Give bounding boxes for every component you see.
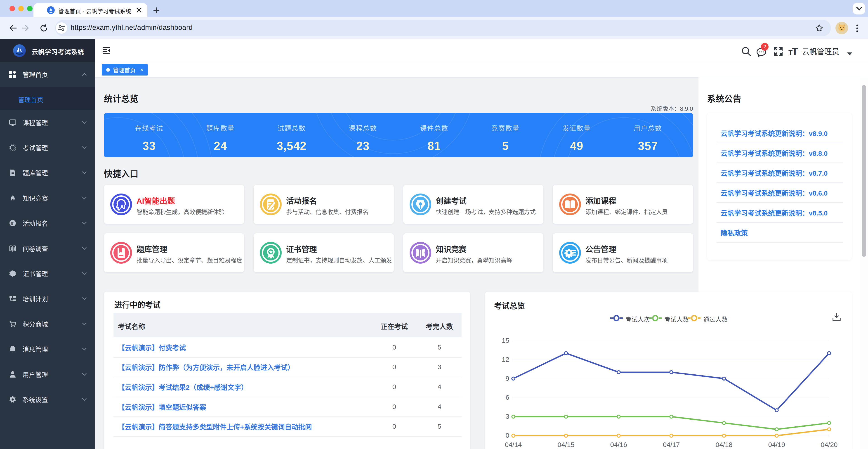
svg-text:#: # — [11, 221, 13, 226]
svg-text:AI: AI — [120, 204, 125, 210]
svg-text:T: T — [792, 46, 798, 56]
